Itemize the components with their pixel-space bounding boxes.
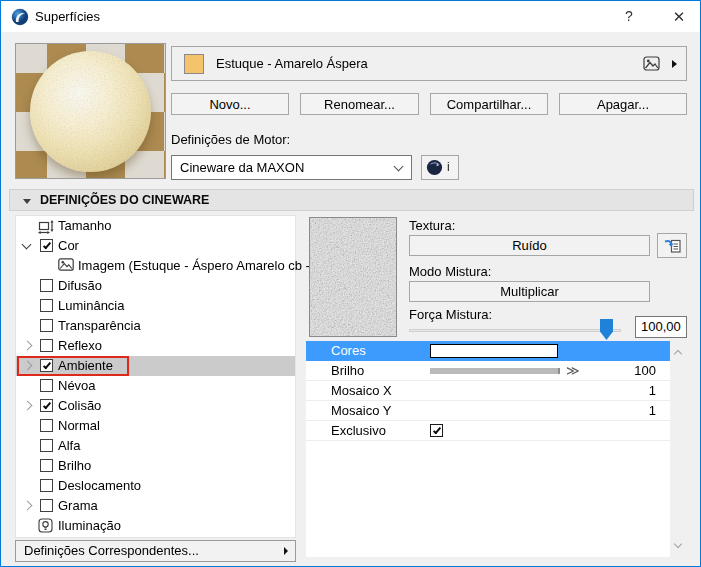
tree-item-nevoa[interactable]: Névoa [16, 376, 295, 396]
tree-item-label: Alfa [58, 436, 80, 456]
image-icon [58, 258, 74, 274]
channel-tree: TamanhoCorImagem (Estuque - Áspero Amare… [15, 215, 296, 538]
scroll-up-icon[interactable] [674, 350, 682, 358]
channel-checkbox[interactable] [40, 379, 53, 392]
tree-item-ambiente[interactable]: Ambiente [16, 356, 295, 376]
close-button[interactable]: ✕ [661, 1, 697, 32]
tree-item-alfa[interactable]: Alfa [16, 436, 295, 456]
checkmark-icon [42, 400, 50, 409]
chevron-right-icon[interactable] [23, 401, 33, 411]
channel-checkbox[interactable] [40, 479, 53, 492]
property-row-mosaico-y[interactable]: Mosaico Y1 [306, 401, 670, 421]
scroll-down-icon[interactable] [674, 540, 682, 548]
cineware-section-header[interactable]: DEFINIÇÕES DO CINEWARE [9, 189, 694, 211]
tree-item-colisao[interactable]: Colisão [16, 396, 295, 416]
material-preview [15, 43, 166, 179]
channel-checkbox[interactable] [40, 319, 53, 332]
cinema4d-info-button[interactable]: i [421, 155, 459, 180]
channel-checkbox[interactable] [40, 439, 53, 452]
tree-item-label: Névoa [58, 376, 96, 396]
channel-checkbox[interactable] [40, 419, 53, 432]
chevron-down-icon[interactable] [22, 240, 32, 250]
channel-checkbox[interactable] [40, 239, 53, 252]
tree-item-luminancia[interactable]: Luminância [16, 296, 295, 316]
channel-checkbox[interactable] [40, 339, 53, 352]
tree-item-label: Difusão [58, 276, 102, 296]
texture-preview [309, 217, 397, 337]
chevron-down-icon [394, 162, 404, 172]
share-button[interactable]: Compartilhar... [430, 93, 548, 115]
channel-checkbox[interactable] [40, 359, 53, 372]
archicad-logo-icon [11, 8, 29, 26]
rename-button[interactable]: Renomear... [300, 93, 419, 115]
chevron-right-icon[interactable] [23, 341, 33, 351]
tree-item-label: Brilho [58, 456, 91, 476]
material-color-swatch [184, 54, 204, 74]
collapse-triangle-icon [23, 199, 31, 204]
tree-item-label: Reflexo [58, 336, 102, 356]
chevron-right-icon[interactable] [23, 361, 33, 371]
tree-item-label: Transparência [58, 316, 141, 336]
new-button[interactable]: Novo... [171, 93, 289, 115]
tree-item-normal[interactable]: Normal [16, 416, 295, 436]
texture-label: Textura: [409, 218, 455, 233]
size-icon [38, 218, 56, 237]
tree-item-difusao[interactable]: Difusão [16, 276, 295, 296]
property-checkbox[interactable] [430, 424, 443, 437]
tree-item-brilho[interactable]: Brilho [16, 456, 295, 476]
property-label: Exclusivo [331, 421, 386, 441]
engine-select[interactable]: Cineware da MAXON [171, 155, 412, 180]
channel-checkbox[interactable] [40, 459, 53, 472]
chevron-right-icon[interactable] [23, 501, 33, 511]
matching-settings-button[interactable]: Definições Correspondentes... [15, 540, 296, 562]
channel-checkbox[interactable] [40, 279, 53, 292]
property-slider[interactable] [430, 368, 560, 374]
tree-item-transparencia[interactable]: Transparência [16, 316, 295, 336]
property-label: Mosaico X [331, 381, 392, 401]
property-row-brilho[interactable]: Brilho≫100 [306, 361, 670, 381]
help-button[interactable]: ? [611, 1, 647, 32]
blend-strength-slider[interactable] [409, 319, 627, 340]
tree-item-grama[interactable]: Grama [16, 496, 295, 516]
tree-item-iluminacao[interactable]: Iluminação [16, 516, 295, 536]
property-row-exclusivo[interactable]: Exclusivo [306, 421, 670, 441]
property-row-mosaico-x[interactable]: Mosaico X1 [306, 381, 670, 401]
title-bar: Superfícies ? ✕ [1, 1, 700, 32]
channel-checkbox[interactable] [40, 399, 53, 412]
engine-settings-label: Definições de Motor: [171, 132, 290, 147]
tree-item-cor[interactable]: Cor [16, 236, 295, 256]
tree-item-imagem-estuque-aspero-amarelo-cb-opt[interactable]: Imagem (Estuque - Áspero Amarelo cb -opt… [16, 256, 295, 276]
cinema4d-icon [426, 159, 443, 176]
scrollbar[interactable] [670, 341, 687, 557]
tree-item-label: Colisão [58, 396, 101, 416]
tree-item-label: Tamanho [58, 216, 111, 236]
blend-strength-value[interactable]: 100,00 [635, 316, 687, 338]
slider-track[interactable] [409, 329, 621, 332]
channel-checkbox[interactable] [40, 299, 53, 312]
property-label: Cores [331, 341, 366, 361]
property-value[interactable]: 1 [649, 381, 656, 401]
property-row-cores[interactable]: Cores [306, 341, 670, 361]
stepper-icon[interactable]: ≫ [566, 361, 580, 381]
tree-item-label: Deslocamento [58, 476, 141, 496]
texture-type-button[interactable]: Ruído [409, 235, 650, 256]
tree-item-label: Iluminação [58, 516, 121, 536]
checkmark-icon [42, 240, 50, 249]
color-swatch[interactable] [430, 344, 558, 358]
property-value[interactable]: 100 [634, 361, 656, 381]
channel-checkbox[interactable] [40, 499, 53, 512]
picture-icon [643, 56, 660, 71]
material-selector[interactable]: Estuque - Amarelo Áspera [171, 46, 687, 81]
texture-options-button[interactable] [657, 233, 687, 258]
blend-mode-button[interactable]: Multiplicar [409, 281, 650, 302]
material-name: Estuque - Amarelo Áspera [216, 47, 368, 80]
tree-item-label: Ambiente [58, 356, 113, 376]
slider-handle[interactable] [600, 319, 613, 340]
tree-item-reflexo[interactable]: Reflexo [16, 336, 295, 356]
delete-button[interactable]: Apagar... [559, 93, 687, 115]
checkmark-icon [42, 360, 50, 369]
tree-item-tamanho[interactable]: Tamanho [16, 216, 295, 236]
tree-item-label: Normal [58, 416, 100, 436]
tree-item-deslocamento[interactable]: Deslocamento [16, 476, 295, 496]
property-value[interactable]: 1 [649, 401, 656, 421]
